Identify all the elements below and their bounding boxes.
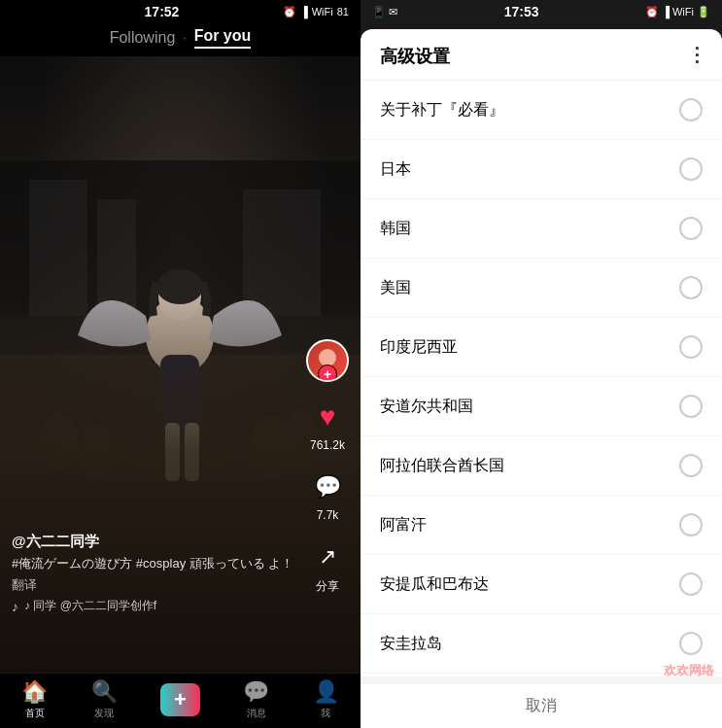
settings-item-7[interactable]: 阿富汗 bbox=[361, 496, 722, 555]
like-button[interactable]: ♥ 761.2k bbox=[308, 398, 347, 452]
settings-item-0[interactable]: 关于补丁『必看』 bbox=[361, 81, 722, 140]
battery-icon: 81 bbox=[337, 6, 349, 17]
nav-create[interactable]: + bbox=[160, 683, 200, 716]
nav-discover-label: 发现 bbox=[94, 707, 114, 720]
messages-icon: 💬 bbox=[243, 679, 269, 705]
radio-inner-9 bbox=[686, 639, 696, 648]
radio-button-7[interactable] bbox=[679, 513, 703, 537]
radio-inner-6 bbox=[686, 461, 696, 470]
radio-button-1[interactable] bbox=[679, 157, 703, 181]
svg-rect-4 bbox=[243, 190, 321, 316]
svg-rect-2 bbox=[29, 180, 87, 316]
settings-modal: 高级设置 ⋮ 关于补丁『必看』 日本 韩国 美国 印度尼西 bbox=[361, 29, 722, 728]
settings-item-8[interactable]: 安提瓜和巴布达 bbox=[361, 555, 722, 614]
nav-profile[interactable]: 👤 我 bbox=[313, 679, 339, 720]
cancel-button[interactable]: 取消 bbox=[361, 676, 722, 728]
settings-item-label-9: 安圭拉岛 bbox=[380, 634, 442, 654]
settings-item-label-1: 日本 bbox=[380, 159, 411, 180]
status-icons: ⏰ ▐ WiFi 81 bbox=[283, 6, 349, 18]
settings-item-label-3: 美国 bbox=[380, 278, 411, 298]
settings-item-4[interactable]: 印度尼西亚 bbox=[361, 318, 722, 377]
radio-button-5[interactable] bbox=[679, 395, 703, 418]
nav-messages-label: 消息 bbox=[247, 707, 266, 720]
create-button[interactable]: + bbox=[160, 683, 200, 716]
left-panel: 17:52 ⏰ ▐ WiFi 81 Following · For you bbox=[0, 0, 361, 728]
radio-button-0[interactable] bbox=[679, 98, 703, 121]
nav-home-label: 首页 bbox=[25, 707, 45, 720]
wifi-icon: WiFi bbox=[312, 6, 333, 17]
radio-button-8[interactable] bbox=[679, 572, 703, 596]
radio-inner-8 bbox=[686, 579, 696, 589]
avatar-face bbox=[308, 341, 347, 380]
settings-item-1[interactable]: 日本 bbox=[361, 140, 722, 199]
music-label: ♪ 同学 @六二二同学创作f bbox=[24, 598, 156, 614]
comment-count: 7.7k bbox=[317, 508, 339, 522]
right-time-display: 17:53 bbox=[504, 4, 539, 19]
creator-username[interactable]: @六二二同学 bbox=[12, 533, 302, 551]
radio-inner-4 bbox=[686, 342, 696, 352]
right-alarm-icon: ⏰ bbox=[645, 6, 659, 18]
radio-inner-3 bbox=[686, 283, 696, 293]
profile-icon: 👤 bbox=[313, 679, 339, 705]
settings-item-9[interactable]: 安圭拉岛 bbox=[361, 614, 722, 674]
discover-icon: 🔍 bbox=[91, 679, 118, 705]
home-icon: 🏠 bbox=[21, 679, 48, 705]
nav-tabs: Following · For you bbox=[0, 23, 361, 56]
settings-item-label-6: 阿拉伯联合酋长国 bbox=[380, 456, 504, 476]
video-area[interactable]: ♥ 761.2k 💬 7.7k ↗ 分享 @六二二同学 #俺流ゲームの遊び方 #… bbox=[0, 56, 361, 673]
time-display: 17:52 bbox=[145, 4, 180, 19]
share-label: 分享 bbox=[316, 578, 339, 595]
right-status-icons: 📱 ✉ bbox=[372, 6, 397, 18]
status-bar-right: 📱 ✉ 17:53 ⏰ ▐ WiFi 🔋 bbox=[361, 0, 722, 23]
share-icon: ↗ bbox=[308, 537, 347, 576]
right-battery-icon: 🔋 bbox=[697, 6, 710, 18]
comment-icon: 💬 bbox=[308, 468, 347, 506]
settings-item-6[interactable]: 阿拉伯联合酋长国 bbox=[361, 436, 722, 496]
music-note-icon: ♪ bbox=[12, 599, 18, 614]
like-count: 761.2k bbox=[310, 438, 345, 452]
right-signal-icon: ▐ bbox=[662, 6, 670, 17]
comment-button[interactable]: 💬 7.7k bbox=[308, 468, 347, 522]
radio-button-2[interactable] bbox=[679, 217, 703, 240]
radio-inner-2 bbox=[686, 224, 696, 233]
settings-item-label-7: 阿富汗 bbox=[380, 515, 427, 536]
more-options-icon[interactable]: ⋮ bbox=[687, 43, 706, 66]
settings-item-label-8: 安提瓜和巴布达 bbox=[380, 574, 489, 595]
radio-button-4[interactable] bbox=[679, 335, 703, 359]
settings-item-5[interactable]: 安道尔共和国 bbox=[361, 377, 722, 436]
nav-home[interactable]: 🏠 首页 bbox=[21, 679, 48, 720]
nav-profile-label: 我 bbox=[321, 707, 330, 720]
tab-for-you[interactable]: For you bbox=[194, 27, 252, 49]
cancel-label: 取消 bbox=[526, 697, 557, 713]
settings-item-label-4: 印度尼西亚 bbox=[380, 337, 458, 358]
creator-avatar[interactable] bbox=[306, 339, 349, 382]
radio-inner-0 bbox=[686, 105, 696, 115]
translate-link[interactable]: 翻译 bbox=[12, 576, 302, 594]
settings-item-3[interactable]: 美国 bbox=[361, 259, 722, 318]
signal-icon: ▐ bbox=[300, 6, 308, 17]
radio-inner-7 bbox=[686, 520, 696, 530]
radio-inner-1 bbox=[686, 164, 696, 174]
radio-button-3[interactable] bbox=[679, 276, 703, 299]
nav-separator: · bbox=[183, 31, 186, 45]
settings-header: 高级设置 ⋮ bbox=[361, 29, 722, 81]
video-description: #俺流ゲームの遊び方 #cosplay 頑張っている よ！ bbox=[12, 555, 302, 572]
heart-icon: ♥ bbox=[308, 398, 347, 436]
settings-item-label-2: 韩国 bbox=[380, 219, 411, 239]
action-overlay: ♥ 761.2k 💬 7.7k ↗ 分享 bbox=[306, 339, 349, 595]
status-bar-left: 17:52 ⏰ ▐ WiFi 81 bbox=[0, 0, 361, 23]
tab-following[interactable]: Following bbox=[110, 29, 176, 47]
right-wifi-icon: WiFi bbox=[672, 6, 694, 17]
nav-discover[interactable]: 🔍 发现 bbox=[91, 679, 118, 720]
nav-messages[interactable]: 💬 消息 bbox=[243, 679, 269, 720]
radio-button-6[interactable] bbox=[679, 454, 703, 477]
radio-button-9[interactable] bbox=[679, 632, 703, 655]
settings-item-label-0: 关于补丁『必看』 bbox=[380, 100, 504, 121]
bottom-nav: 🏠 首页 🔍 发现 + 💬 消息 👤 我 bbox=[0, 673, 361, 728]
svg-point-15 bbox=[156, 269, 203, 304]
settings-title: 高级设置 bbox=[380, 45, 450, 68]
video-info: @六二二同学 #俺流ゲームの遊び方 #cosplay 頑張っている よ！ 翻译 … bbox=[12, 533, 302, 614]
share-button[interactable]: ↗ 分享 bbox=[308, 537, 347, 595]
settings-list: 关于补丁『必看』 日本 韩国 美国 印度尼西亚 安道尔共和国 bbox=[361, 81, 722, 676]
settings-item-2[interactable]: 韩国 bbox=[361, 199, 722, 259]
